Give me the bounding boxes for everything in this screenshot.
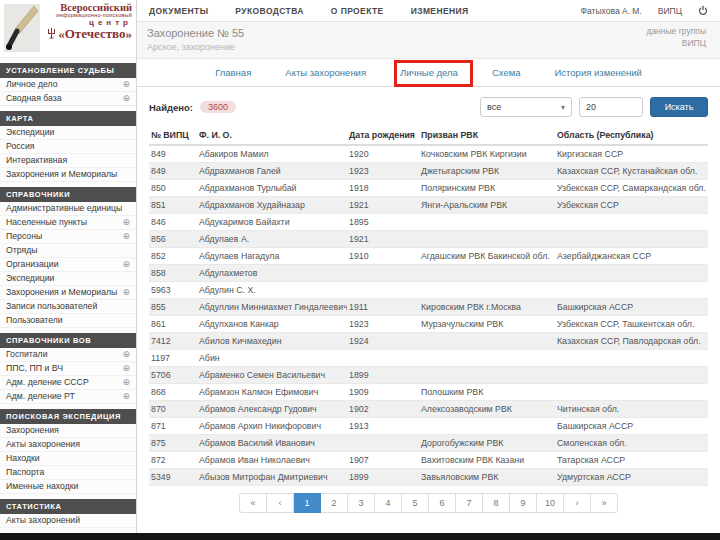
sidebar-section-header[interactable]: СПРАВОЧНИКИ: [0, 187, 136, 202]
sidebar-section-header[interactable]: КАРТА: [0, 111, 136, 126]
sidebar-section-header[interactable]: УСТАНОВЛЕНИЕ СУДЬБЫ: [0, 63, 136, 78]
table-row[interactable]: 5963Абдулин С. Х.: [149, 282, 708, 299]
tab-главная[interactable]: Главная: [215, 67, 251, 78]
table-row[interactable]: 851Абдрахманов Худайназар1921Янги-Аральс…: [149, 197, 708, 214]
sidebar-item[interactable]: ППС, ПП и ВЧ⊕: [0, 362, 136, 376]
page-button-7[interactable]: 7: [456, 493, 483, 513]
page-button-8[interactable]: 8: [483, 493, 510, 513]
table-row[interactable]: 850Абдрахманов Турлыбай1918Поляринским Р…: [149, 180, 708, 197]
sidebar-item-label: Акты захоронений: [6, 515, 80, 525]
page-button-9[interactable]: 9: [510, 493, 537, 513]
table-row[interactable]: 1197Абин: [149, 350, 708, 367]
circled-plus-icon[interactable]: ⊕: [122, 260, 130, 269]
circled-plus-icon[interactable]: ⊕: [122, 218, 130, 227]
tab-схема[interactable]: Схема: [492, 67, 521, 78]
table-row[interactable]: 871Абрамов Архип Никифорович1913Башкирск…: [149, 418, 708, 435]
sidebar-item[interactable]: Организации⊕: [0, 258, 136, 272]
sidebar-item[interactable]: Акты захоронения: [0, 438, 136, 452]
table-cell: 1895: [347, 214, 419, 231]
sidebar-item[interactable]: Акты захоронений: [0, 514, 136, 528]
sidebar-section-header[interactable]: ПОИСКОВАЯ ЭКСПЕДИЦИЯ: [0, 409, 136, 424]
page-button-»[interactable]: »: [591, 493, 618, 513]
circled-plus-icon[interactable]: ⊕: [122, 350, 130, 359]
table-row[interactable]: 7412Абилов Кичмахедин1924Казахская ССР, …: [149, 333, 708, 350]
table-row[interactable]: 849Абдрахманов Галей1923Джетыгарским РВК…: [149, 163, 708, 180]
table-row[interactable]: 872Абрамов Иван Николаевич1907Вахитовски…: [149, 452, 708, 469]
table-row[interactable]: 846Абдукаримов Байахти1895: [149, 214, 708, 231]
table-row[interactable]: 861Абдулханов Канкар1923Мурзачульским РВ…: [149, 316, 708, 333]
page-button-6[interactable]: 6: [429, 493, 456, 513]
tab-личные-дела[interactable]: Личные дела: [400, 67, 458, 78]
column-header[interactable]: № ВИПЦ: [149, 126, 197, 145]
brand-logo[interactable]: Всероссийский информационно-поисковый це…: [0, 0, 136, 58]
nav-item-о проекте[interactable]: О ПРОЕКТЕ: [331, 6, 384, 16]
nav-item-документы[interactable]: ДОКУМЕНТЫ: [149, 6, 208, 16]
table-row[interactable]: 856Абдулаев А.1921: [149, 231, 708, 248]
table-row[interactable]: 855Абдуллин Минниахмет Гиндалеевич1911Ки…: [149, 299, 708, 316]
nav-item-руководства[interactable]: РУКОВОДСТВА: [235, 6, 304, 16]
circled-plus-icon[interactable]: ⊕: [122, 80, 130, 89]
sidebar-item[interactable]: Экспедиции: [0, 272, 136, 286]
table-row[interactable]: 5706Абраменко Семен Васильевич1899: [149, 367, 708, 384]
column-header[interactable]: Призван РВК: [419, 126, 555, 145]
column-header[interactable]: Дата рождения: [347, 126, 419, 145]
sidebar-item[interactable]: Интерактивная: [0, 154, 136, 168]
circled-plus-icon[interactable]: ⊕: [122, 378, 130, 387]
sidebar-item[interactable]: Россия: [0, 140, 136, 154]
sidebar-item[interactable]: Захоронения: [0, 424, 136, 438]
page-button-«[interactable]: «: [239, 493, 267, 513]
sidebar-item[interactable]: Захоронения и Мемориалы: [0, 168, 136, 182]
table-cell: 5963: [149, 282, 197, 299]
circled-plus-icon[interactable]: ⊕: [122, 288, 130, 297]
sidebar-item[interactable]: Записи пользователей: [0, 300, 136, 314]
sidebar-section-header[interactable]: СПРАВОЧНИКИ ВОВ: [0, 333, 136, 348]
sidebar-item[interactable]: Госпитали⊕: [0, 348, 136, 362]
column-header[interactable]: Область (Республика): [555, 126, 708, 145]
user-group[interactable]: ВИПЦ: [658, 6, 682, 16]
page-button-2[interactable]: 2: [321, 493, 348, 513]
table-row[interactable]: 868Абрамзон Калмон Ефимович1909Полошким …: [149, 384, 708, 401]
table-row[interactable]: 870Абрамов Александр Гудович1902Алексоза…: [149, 401, 708, 418]
sidebar-item[interactable]: Адм. деление СССР⊕: [0, 376, 136, 390]
nav-item-изменения[interactable]: ИЗМЕНЕНИЯ: [411, 6, 469, 16]
table-row[interactable]: 858Абдулахметов: [149, 265, 708, 282]
page-button-1[interactable]: 1: [294, 493, 321, 513]
sidebar-item[interactable]: Именные находки: [0, 480, 136, 494]
page-button-›[interactable]: ›: [564, 493, 591, 513]
column-header[interactable]: Ф. И. О.: [197, 126, 347, 145]
sidebar-item[interactable]: Административные единицы: [0, 202, 136, 216]
page-button-‹[interactable]: ‹: [267, 493, 294, 513]
sidebar-item[interactable]: Личное дело⊕: [0, 78, 136, 92]
tab-акты-захоронения[interactable]: Акты захоронения: [285, 67, 366, 78]
table-row[interactable]: 852Абдулаев Нагадула1910Агдашским РВК Ба…: [149, 248, 708, 265]
search-button[interactable]: Искать: [650, 97, 708, 117]
sidebar-item[interactable]: Адм. деление РТ⊕: [0, 390, 136, 404]
sidebar-item[interactable]: Пользователи: [0, 314, 136, 328]
sidebar-item[interactable]: Находки: [0, 452, 136, 466]
circled-plus-icon[interactable]: ⊕: [122, 94, 130, 103]
table-cell: 1911: [347, 299, 419, 316]
user-name[interactable]: Фатыхова А. М.: [581, 6, 642, 16]
page-button-3[interactable]: 3: [348, 493, 375, 513]
circled-plus-icon[interactable]: ⊕: [122, 232, 130, 241]
page-button-5[interactable]: 5: [402, 493, 429, 513]
page-size-input[interactable]: [579, 97, 643, 117]
table-row[interactable]: 875Абрамов Василий ИвановичДорогобужским…: [149, 435, 708, 452]
page-button-4[interactable]: 4: [375, 493, 402, 513]
sidebar-item[interactable]: Экспедиции: [0, 126, 136, 140]
sidebar-item[interactable]: Захоронения и Мемориалы⊕: [0, 286, 136, 300]
sidebar-item[interactable]: Паспорта: [0, 466, 136, 480]
group-filter-select[interactable]: все ▾: [480, 97, 572, 117]
table-row[interactable]: 5349Абызов Митрофан Дмитриевич1899Завьял…: [149, 469, 708, 486]
sidebar-section-header[interactable]: СТАТИСТИКА: [0, 499, 136, 514]
sidebar-item[interactable]: Сводная база⊕: [0, 92, 136, 106]
circled-plus-icon[interactable]: ⊕: [122, 364, 130, 373]
page-button-10[interactable]: 10: [537, 493, 564, 513]
sidebar-item[interactable]: Отряды: [0, 244, 136, 258]
logout-button[interactable]: [698, 5, 708, 16]
sidebar-item[interactable]: Персоны⊕: [0, 230, 136, 244]
tab-история-изменений[interactable]: История изменений: [555, 67, 642, 78]
sidebar-item[interactable]: Населенные пункты⊕: [0, 216, 136, 230]
circled-plus-icon[interactable]: ⊕: [122, 392, 130, 401]
table-row[interactable]: 849Абакиров Мамил1920Кочковским РВК Кирг…: [149, 145, 708, 163]
